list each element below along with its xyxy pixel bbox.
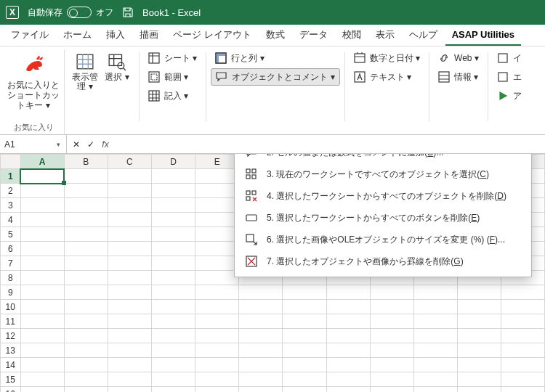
cell[interactable] xyxy=(64,387,108,393)
cell[interactable] xyxy=(108,184,151,198)
cell[interactable] xyxy=(501,314,544,329)
cell[interactable] xyxy=(283,314,326,329)
row-header[interactable]: 7 xyxy=(1,256,21,271)
name-box[interactable]: ▾ xyxy=(0,135,67,153)
cell[interactable] xyxy=(239,372,283,387)
objects-comments-menu-button[interactable]: オブジェクトとコメント ▾ xyxy=(211,68,339,86)
cell[interactable] xyxy=(64,184,108,198)
menu-item-6[interactable]: 6. 選択した画像やOLEオブジェクトのサイズを変更 (%) (F)... xyxy=(235,229,531,250)
cell[interactable] xyxy=(20,358,64,372)
row-header[interactable]: 14 xyxy=(1,358,21,372)
cell[interactable] xyxy=(195,372,239,387)
chevron-down-icon[interactable]: ▾ xyxy=(52,141,64,148)
rowcol-menu-button[interactable]: 行と列 ▾ xyxy=(211,49,339,67)
cell[interactable] xyxy=(326,358,370,372)
select-all-corner[interactable] xyxy=(1,155,21,169)
cell[interactable] xyxy=(108,387,151,393)
cell[interactable] xyxy=(501,387,544,393)
cell[interactable] xyxy=(152,213,195,227)
cell[interactable] xyxy=(195,227,239,242)
cell[interactable] xyxy=(108,329,151,343)
cell[interactable] xyxy=(457,358,501,372)
cell[interactable] xyxy=(239,358,283,372)
cell[interactable] xyxy=(457,372,501,387)
tab-数式[interactable]: 数式 xyxy=(259,24,291,46)
cell[interactable] xyxy=(108,314,151,329)
cell[interactable] xyxy=(195,213,239,227)
row-header[interactable]: 2 xyxy=(1,184,21,198)
cell[interactable] xyxy=(195,198,239,213)
cell[interactable] xyxy=(195,358,239,372)
formula-input[interactable] xyxy=(115,135,545,153)
cell[interactable] xyxy=(370,372,413,387)
column-header[interactable]: A xyxy=(20,155,64,169)
cell[interactable] xyxy=(108,285,151,300)
row-header[interactable]: 6 xyxy=(1,242,21,256)
cell[interactable] xyxy=(326,314,370,329)
cell[interactable] xyxy=(20,329,64,343)
row-header[interactable]: 10 xyxy=(1,300,21,314)
cell[interactable] xyxy=(20,285,64,300)
cell[interactable] xyxy=(239,329,283,343)
row-header[interactable]: 9 xyxy=(1,285,21,300)
column-header[interactable]: C xyxy=(108,155,151,169)
cell[interactable] xyxy=(457,387,501,393)
tab-描画[interactable]: 描画 xyxy=(133,24,165,46)
cell[interactable] xyxy=(195,387,239,393)
cell[interactable] xyxy=(326,372,370,387)
cell[interactable] xyxy=(64,242,108,256)
row-header[interactable]: 1 xyxy=(1,169,21,184)
cell[interactable] xyxy=(152,343,195,358)
cell[interactable] xyxy=(457,343,501,358)
cell[interactable] xyxy=(457,300,501,314)
cell[interactable] xyxy=(152,329,195,343)
cell[interactable] xyxy=(108,227,151,242)
cell[interactable] xyxy=(20,169,64,184)
sheet-menu-button[interactable]: シート ▾ xyxy=(144,49,201,67)
row-header[interactable]: 12 xyxy=(1,329,21,343)
accept-icon[interactable]: ✓ xyxy=(84,139,97,150)
tab-挿入[interactable]: 挿入 xyxy=(100,24,132,46)
menu-item-5[interactable]: 5. 選択したワークシートからすべてのボタンを削除(E) xyxy=(235,207,531,229)
cell[interactable] xyxy=(195,343,239,358)
column-header[interactable]: E xyxy=(195,155,239,169)
menu-item-7[interactable]: 7. 選択したオブジェクトや画像から罫線を削除(G) xyxy=(235,250,531,272)
info-menu-button[interactable]: 情報 ▾ xyxy=(434,68,483,86)
cell[interactable] xyxy=(326,300,370,314)
cell[interactable] xyxy=(108,358,151,372)
cell[interactable] xyxy=(501,329,544,343)
cell[interactable] xyxy=(108,213,151,227)
tab-校閲[interactable]: 校閲 xyxy=(336,24,368,46)
row-header[interactable]: 11 xyxy=(1,314,21,329)
row-header[interactable]: 5 xyxy=(1,227,21,242)
cell[interactable] xyxy=(326,329,370,343)
select-button[interactable]: 選択 ▾ xyxy=(104,51,130,91)
tab-ヘルプ[interactable]: ヘルプ xyxy=(403,24,444,46)
cell[interactable] xyxy=(108,343,151,358)
tab-ファイル[interactable]: ファイル xyxy=(4,24,55,46)
tab-ページ レイアウト[interactable]: ページ レイアウト xyxy=(166,24,258,46)
cell[interactable] xyxy=(370,300,413,314)
cell[interactable] xyxy=(239,387,283,393)
cell[interactable] xyxy=(370,358,413,372)
row-header[interactable]: 4 xyxy=(1,213,21,227)
cell[interactable] xyxy=(195,285,239,300)
cell[interactable] xyxy=(413,314,457,329)
cell[interactable] xyxy=(283,343,326,358)
cell[interactable] xyxy=(283,387,326,393)
cell[interactable] xyxy=(108,256,151,271)
cell[interactable] xyxy=(195,184,239,198)
cell[interactable] xyxy=(195,242,239,256)
cell[interactable] xyxy=(413,285,457,300)
web-menu-button[interactable]: Web ▾ xyxy=(434,49,483,67)
cell[interactable] xyxy=(152,242,195,256)
overflow-button-3[interactable]: ア xyxy=(493,87,526,105)
cell[interactable] xyxy=(457,285,501,300)
cell[interactable] xyxy=(370,329,413,343)
cell[interactable] xyxy=(152,227,195,242)
cell[interactable] xyxy=(326,343,370,358)
cell[interactable] xyxy=(457,314,501,329)
cell[interactable] xyxy=(64,213,108,227)
cell[interactable] xyxy=(152,169,195,184)
cell[interactable] xyxy=(152,285,195,300)
